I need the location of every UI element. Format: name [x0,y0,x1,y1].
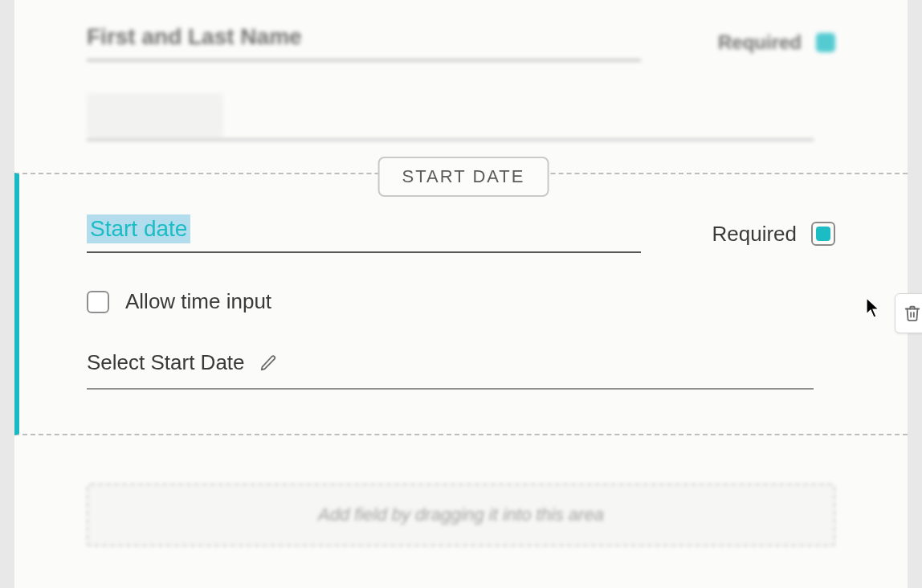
start-date-header-row: Start date Required [87,214,835,253]
name-field-row: First and Last Name Required [87,24,835,61]
delete-field-button[interactable] [895,293,922,333]
name-required-text: Required [718,31,802,54]
name-field-block: First and Last Name Required [14,0,908,173]
start-date-label-text: Start date [87,214,190,243]
name-required-group: Required [718,31,835,54]
start-date-label-input[interactable]: Start date [87,214,641,253]
allow-time-label: Allow time input [125,289,271,314]
start-date-required-group: Required [712,222,835,247]
name-field-label[interactable]: First and Last Name [87,24,641,61]
trash-icon [904,304,921,323]
form-builder-canvas: First and Last Name Required START DATE … [14,0,908,588]
start-date-required-toggle[interactable] [811,222,835,246]
name-required-toggle[interactable] [816,33,835,52]
start-date-placeholder-row[interactable]: Select Start Date [87,350,814,390]
drop-zone-wrap: Add field by dragging it into this area [14,435,908,546]
allow-time-checkbox[interactable] [87,291,109,313]
start-date-field-block[interactable]: START DATE Start date Required Allow tim… [14,173,908,435]
edit-icon[interactable] [259,354,277,372]
add-field-drop-zone[interactable]: Add field by dragging it into this area [87,484,835,546]
name-placeholder-row[interactable] [87,93,814,141]
start-date-placeholder-label: Select Start Date [87,350,245,375]
start-date-required-toggle-inner [816,227,830,241]
name-placeholder-chip [87,93,223,137]
field-type-badge: START DATE [378,157,549,197]
start-date-required-text: Required [712,222,797,247]
allow-time-row: Allow time input [87,289,835,314]
